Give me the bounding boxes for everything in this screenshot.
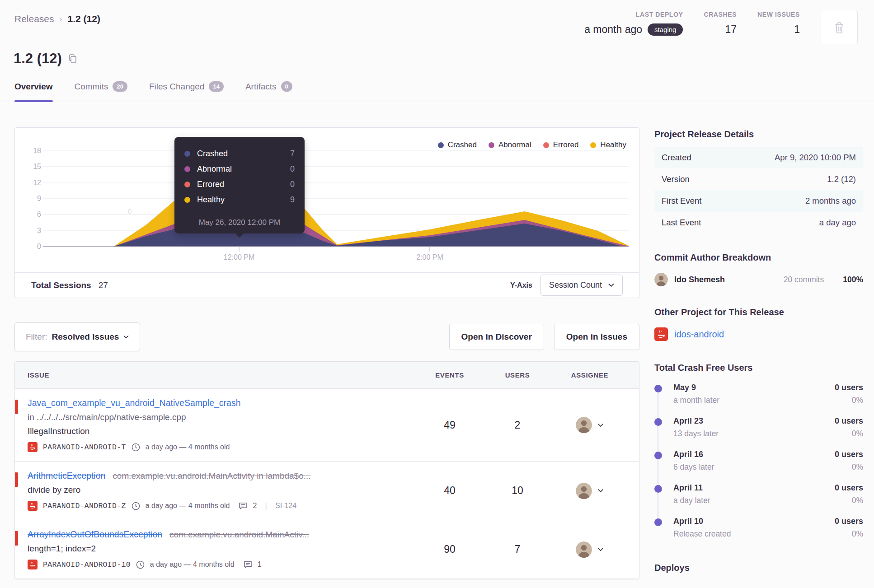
unhandled-flag-icon — [15, 400, 18, 414]
total-sessions-label: Total Sessions — [31, 280, 91, 290]
crash-free-item: May 90 users a month later0% — [654, 383, 863, 416]
stat-last-deploy-value: a month ago — [584, 23, 642, 36]
stat-last-deploy: LAST DEPLOY a month ago staging — [584, 11, 683, 36]
legend-abnormal[interactable]: Abnormal — [489, 140, 531, 149]
assignee-chevron-icon[interactable] — [597, 489, 604, 493]
crash-free-heading: Total Crash Free Users — [654, 363, 863, 373]
header-assignee: ASSIGNEE — [551, 371, 628, 379]
tab-files-changed[interactable]: Files Changed 14 — [149, 80, 224, 102]
author-commit-count: 20 commits — [784, 275, 824, 285]
issue-title-link[interactable]: Java_com_example_vu_android_NativeSample… — [28, 398, 241, 408]
errored-dot-icon — [184, 182, 190, 187]
project-slug[interactable]: PARANOID-ANDROID-10 — [43, 560, 131, 569]
issue-culprit: divide by zero — [28, 485, 416, 495]
author-percent: 100% — [843, 275, 863, 285]
unhandled-flag-icon — [15, 472, 18, 487]
detail-row-last-event: Last Event a day ago — [654, 212, 863, 233]
assignee-avatar[interactable] — [576, 417, 592, 433]
assignee-avatar[interactable] — [576, 541, 592, 558]
header-users: USERS — [484, 371, 551, 379]
filter-dropdown[interactable]: Filter: Resolved Issues — [14, 322, 140, 351]
header-issue: ISSUE — [28, 371, 416, 379]
java-project-icon — [654, 327, 668, 341]
issue-users-count: 2 — [484, 419, 551, 431]
clock-icon — [132, 502, 140, 510]
issues-table: ISSUE EVENTS USERS ASSIGNEE Java_com_exa… — [14, 361, 639, 579]
chart-legend: Crashed Abnormal Errored Healthy — [438, 140, 626, 149]
assignee-chevron-icon[interactable] — [597, 547, 604, 551]
crash-free-timeline: May 90 users a month later0% April 230 u… — [654, 383, 863, 550]
abnormal-dot-icon — [489, 142, 494, 148]
crashed-dot-icon — [184, 151, 190, 157]
stat-new-issues: NEW ISSUES 1 — [757, 11, 800, 36]
chevron-down-icon — [123, 335, 129, 339]
issue-title-link[interactable]: ArrayIndexOutOfBoundsException — [28, 529, 162, 540]
other-project-link[interactable]: idos-android — [674, 329, 724, 340]
crash-free-item: April 160 users 6 days later0% — [654, 450, 863, 483]
assignee-avatar[interactable] — [576, 483, 592, 499]
delete-release-button[interactable] — [821, 11, 858, 44]
stat-last-deploy-label: LAST DEPLOY — [584, 11, 683, 18]
breadcrumb-releases[interactable]: Releases — [14, 14, 54, 24]
meta-divider: | — [265, 501, 267, 511]
issue-annotation[interactable]: SI-124 — [275, 502, 296, 510]
stat-crashes-value: 17 — [725, 23, 737, 36]
issue-title-link[interactable]: ArithmeticException — [28, 471, 105, 481]
stat-crashes: CRASHES 17 — [704, 11, 737, 36]
chart-tooltip: Crashed7 Abnormal0 Errored0 Healthy9 May… — [174, 137, 305, 233]
issue-location: in ../../../../src/main/cpp/native-sampl… — [28, 412, 416, 422]
commit-authors-heading: Commit Author Breakdown — [654, 252, 863, 263]
issues-toolbar: Filter: Resolved Issues Open in Discover… — [14, 322, 639, 351]
crash-free-item: April 110 users a day later0% — [654, 483, 863, 517]
detail-row-first-event: First Event 2 months ago — [654, 190, 863, 212]
errored-dot-icon — [543, 142, 549, 148]
author-avatar — [654, 273, 668, 286]
open-in-discover-button[interactable]: Open in Discover — [449, 324, 544, 350]
tab-commits-count: 20 — [113, 81, 127, 92]
timeline-dot-icon — [654, 418, 662, 426]
legend-healthy[interactable]: Healthy — [590, 140, 626, 149]
abnormal-dot-icon — [184, 166, 190, 172]
issue-row: ArithmeticException com.example.vu.andro… — [15, 462, 639, 520]
timeline-dot-icon — [654, 385, 662, 392]
project-slug[interactable]: PARANOID-ANDROID-Z — [43, 502, 126, 510]
stat-new-issues-label: NEW ISSUES — [757, 11, 800, 18]
faint-data-label: 0 — [128, 207, 132, 215]
header-events: EVENTS — [416, 371, 484, 379]
tab-artifacts[interactable]: Artifacts 0 — [245, 80, 292, 102]
java-project-icon — [28, 501, 38, 511]
crash-free-item: April 230 users 13 days later0% — [654, 416, 863, 450]
issue-culprit-strike: com.example.vu.android.MainActiv... — [169, 530, 309, 540]
tooltip-date: May 26, 2020 12:00 PM — [184, 212, 295, 227]
timeline-dot-icon — [654, 485, 662, 493]
project-slug[interactable]: PARANOID-ANDROID-T — [43, 443, 126, 452]
legend-crashed[interactable]: Crashed — [438, 140, 477, 149]
trash-icon — [833, 21, 845, 34]
unhandled-flag-icon — [15, 531, 18, 546]
release-details-heading: Project Release Details — [654, 129, 863, 140]
java-project-icon — [28, 442, 38, 452]
detail-row-version: Version 1.2 (12) — [654, 168, 863, 190]
tab-commits[interactable]: Commits 20 — [75, 80, 127, 102]
crash-free-item: April 100 users Release created0% — [654, 517, 863, 550]
issue-age: a day ago — 4 months old — [146, 502, 230, 510]
open-in-issues-button[interactable]: Open in Issues — [554, 324, 639, 350]
tab-files-changed-count: 14 — [209, 81, 223, 92]
assignee-chevron-icon[interactable] — [597, 423, 604, 427]
issue-events-count: 49 — [416, 419, 484, 431]
issue-row: Java_com_example_vu_android_NativeSample… — [15, 389, 639, 462]
java-project-icon — [28, 560, 38, 569]
issue-age: a day ago — 4 months old — [146, 443, 230, 451]
copy-icon[interactable] — [68, 54, 77, 64]
issue-row: ArrayIndexOutOfBoundsException com.examp… — [15, 520, 639, 579]
sidebar: Project Release Details Created Apr 9, 2… — [654, 129, 863, 573]
stat-crashes-label: CRASHES — [704, 11, 737, 18]
release-details: Created Apr 9, 2020 10:00 PM Version 1.2… — [654, 147, 863, 233]
legend-errored[interactable]: Errored — [543, 140, 579, 149]
healthy-dot-icon — [184, 197, 190, 203]
chevron-right-icon: › — [60, 14, 62, 24]
tab-bar: Overview Commits 20 Files Changed 14 Art… — [0, 80, 874, 102]
tab-overview[interactable]: Overview — [14, 80, 53, 102]
issue-users-count: 10 — [484, 485, 551, 497]
y-axis-select[interactable]: Session Count — [540, 275, 623, 296]
